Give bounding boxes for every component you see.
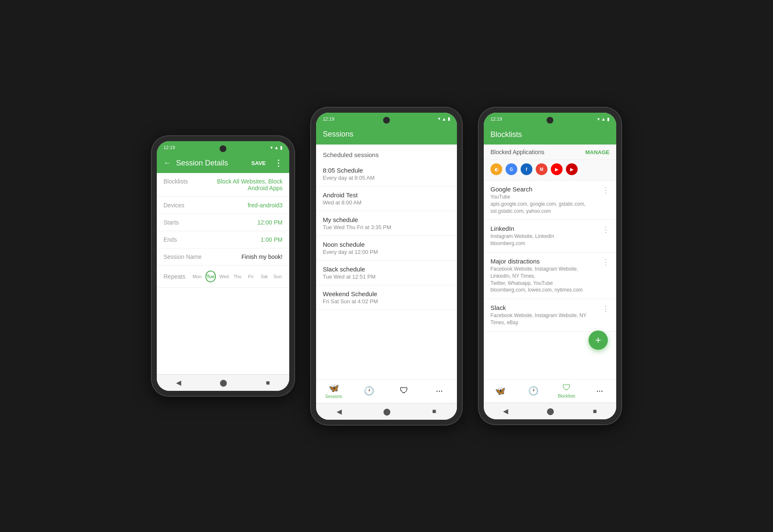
android-home-btn[interactable]: ⬤ [220, 379, 227, 387]
nav3-clock[interactable]: 🕐 [523, 386, 544, 396]
phone1-toolbar: ← Session Details SAVE ⋮ [157, 153, 289, 173]
phone3-toolbar: Blocklists [484, 124, 616, 145]
android-back-btn3[interactable]: ◀ [503, 407, 508, 415]
phone3-notch [547, 117, 553, 124]
starts-label: Starts [163, 219, 201, 226]
blocklist-google-name: Google Search [490, 186, 599, 193]
menu-button[interactable]: ⋮ [274, 158, 283, 168]
nav3-sessions[interactable]: 🦋 [490, 386, 511, 396]
day-wed[interactable]: Wed [219, 271, 229, 282]
session-item-2[interactable]: Android Test Wed at 8:00 AM [316, 186, 457, 211]
phone1-inner: 12:19 ▾ ▲ ▮ ← Session Details SAVE ⋮ Blo… [157, 141, 289, 391]
blocklist-slack-content: Slack Facebook Website, Instagram Websit… [490, 304, 599, 326]
phone2-inner: 12:19 ▾ ▲ ▮ Sessions Scheduled sessions … [316, 113, 457, 420]
repeats-row: Repeats Mon Tue Wed Thu Fri Sat Sun [157, 266, 289, 288]
android-recent-btn3[interactable]: ■ [593, 408, 597, 415]
android-back-btn2[interactable]: ◀ [337, 408, 342, 416]
sessions-nav-icon: 🦋 [329, 383, 339, 393]
blocklist-slack-menu[interactable]: ⋮ [599, 304, 610, 313]
android-home-btn3[interactable]: ⬤ [547, 407, 554, 415]
day-fri[interactable]: Fri [246, 271, 256, 282]
blocklists-row: Blocklists Block All Websites, Block And… [157, 173, 289, 197]
nav-clock[interactable]: 🕐 [358, 386, 379, 396]
android-recent-btn2[interactable]: ■ [432, 408, 436, 415]
session-name-2: Android Test [323, 191, 450, 199]
wifi-icon: ▾ [270, 145, 273, 150]
svg-text:◐: ◐ [495, 167, 498, 172]
app-icon-4: M [536, 163, 547, 175]
blocklist-item-major[interactable]: Major distractions Facebook Website, Ins… [484, 253, 616, 299]
nav3-more[interactable]: ··· [589, 386, 610, 395]
phone3-time: 12:19 [490, 116, 502, 121]
nav-more[interactable]: ··· [429, 386, 450, 395]
blocklist-major-sub: Facebook Website, Instagram Website, Lin… [490, 266, 599, 294]
nav-shield[interactable]: 🛡 [394, 386, 415, 395]
session-name-5: Slack schedule [323, 266, 450, 273]
blocklist-linkedin-menu[interactable]: ⋮ [599, 225, 610, 234]
blocklist-linkedin-name: LinkedIn [490, 225, 599, 232]
session-name-label: Session Name [163, 253, 202, 260]
android-home-btn2[interactable]: ⬤ [383, 408, 391, 416]
phone3-inner: 12:19 ▾ ▲ ▮ Blocklists Blocked Applicati… [484, 113, 616, 419]
app-icon-5: ▶ [551, 163, 563, 175]
phone2-toolbar: Sessions [316, 124, 457, 145]
phone2-time: 12:19 [323, 116, 335, 121]
day-sun[interactable]: Sun [272, 271, 283, 282]
android-recent-btn[interactable]: ■ [266, 379, 270, 387]
phone1-android-nav: ◀ ⬤ ■ [157, 374, 289, 391]
session-name-row: Session Name Finish my book! [157, 248, 289, 266]
phone2-content: Scheduled sessions 8:05 Schedule Every d… [316, 145, 457, 379]
app-icon-2: G [506, 163, 517, 175]
wifi-icon3: ▾ [597, 116, 600, 122]
session-item-1[interactable]: 8:05 Schedule Every day at 8:05 AM [316, 162, 457, 186]
nav-sessions[interactable]: 🦋 Sessions [323, 383, 344, 399]
blocklist-item-slack[interactable]: Slack Facebook Website, Instagram Websit… [484, 299, 616, 332]
signal-icon: ▲ [274, 145, 279, 150]
day-mon[interactable]: Mon [192, 271, 202, 282]
starts-value: 12:00 PM [201, 219, 283, 226]
blocklist-item-google[interactable]: Google Search YouTubeapis.google.com, go… [484, 181, 616, 220]
blocklist-google-menu[interactable]: ⋮ [599, 186, 610, 195]
blocklists-label: Blocklists [163, 178, 201, 185]
phone2: 12:19 ▾ ▲ ▮ Sessions Scheduled sessions … [311, 108, 462, 425]
blocklist-linkedin-sub: Instagram Website, LinkedInbloomberg.com [490, 233, 599, 247]
session-item-6[interactable]: Weekend Schedule Fri Sat Sun at 4:02 PM [316, 285, 457, 310]
save-button[interactable]: SAVE [252, 160, 266, 166]
clock-nav-icon: 🕐 [364, 386, 374, 396]
blocklist-slack-name: Slack [490, 304, 599, 311]
day-tue[interactable]: Tue [205, 271, 215, 282]
blocklist-item-linkedin[interactable]: LinkedIn Instagram Website, LinkedInbloo… [484, 220, 616, 253]
clock3-nav-icon: 🕐 [528, 386, 539, 396]
sessions3-nav-icon: 🦋 [495, 386, 506, 396]
session-name-3: My schedule [323, 216, 450, 223]
blocklist-linkedin-content: LinkedIn Instagram Website, LinkedInbloo… [490, 225, 599, 247]
session-time-4: Every day at 12:00 PM [323, 249, 450, 255]
session-item-4[interactable]: Noon schedule Every day at 12:00 PM [316, 236, 457, 261]
sessions-nav-label: Sessions [325, 394, 342, 399]
back-button[interactable]: ← [163, 159, 171, 168]
blocklist-major-menu[interactable]: ⋮ [599, 258, 610, 267]
android-back-btn[interactable]: ◀ [176, 379, 181, 387]
devices-row: Devices fred-android3 [157, 197, 289, 214]
devices-label: Devices [163, 202, 201, 209]
session-time-2: Wed at 8:00 AM [323, 199, 450, 206]
session-item-5[interactable]: Slack schedule Tue Wed at 12:51 PM [316, 261, 457, 285]
wifi-icon2: ▾ [438, 116, 441, 121]
more3-nav-icon: ··· [596, 386, 603, 395]
repeats-label: Repeats [163, 273, 185, 280]
ends-row: Ends 1:00 PM [157, 231, 289, 248]
session-time-1: Every day at 8:05 AM [323, 175, 450, 181]
session-name-6: Weekend Schedule [323, 290, 450, 297]
phone2-bottom-nav: 🦋 Sessions 🕐 🛡 ··· [316, 379, 457, 403]
phone2-notch [383, 117, 390, 124]
app-icons-row: ◐ G f M ▶ ▶ [484, 160, 616, 181]
session-item-3[interactable]: My schedule Tue Wed Thu Fri at 3:35 PM [316, 211, 457, 236]
day-thu[interactable]: Thu [232, 271, 242, 282]
starts-row: Starts 12:00 PM [157, 214, 289, 231]
nav3-shield[interactable]: 🛡 Blocklists [556, 383, 577, 398]
phone2-status-icons: ▾ ▲ ▮ [438, 116, 450, 121]
phone1-notch [220, 145, 226, 152]
manage-button[interactable]: MANAGE [585, 149, 610, 155]
day-sat[interactable]: Sat [259, 271, 269, 282]
fab-add-button[interactable]: + [589, 331, 608, 350]
